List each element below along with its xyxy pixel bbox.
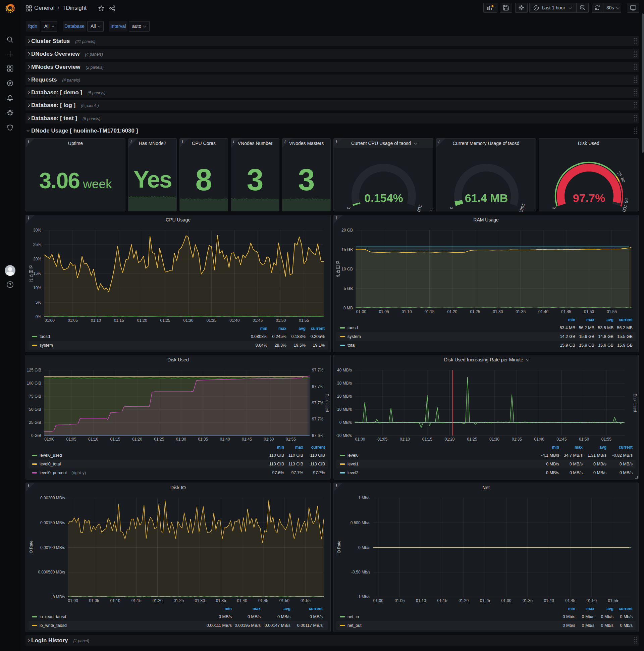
svg-text:01:15: 01:15 [424, 309, 434, 314]
svg-text:0.154%: 0.154% [364, 192, 403, 204]
svg-text:20 GB: 20 GB [342, 228, 353, 232]
svg-text:1589: 1589 [518, 203, 526, 212]
svg-text:01:35: 01:35 [198, 437, 208, 442]
svg-text:-1 Mb/s: -1 Mb/s [357, 595, 370, 599]
svg-text:0%: 0% [36, 314, 41, 319]
svg-text:01:50: 01:50 [280, 598, 289, 603]
svg-text:01:15: 01:15 [438, 598, 447, 603]
svg-text:?: ? [9, 283, 11, 287]
svg-text:01:10: 01:10 [402, 309, 412, 314]
svg-text:01:20: 01:20 [444, 437, 454, 442]
svg-text:01:10: 01:10 [110, 598, 121, 603]
svg-text:01:00: 01:00 [44, 437, 54, 442]
svg-text:01:30: 01:30 [176, 437, 186, 442]
svg-text:IO Rate: IO Rate [337, 540, 342, 555]
svg-text:75 GiB: 75 GiB [29, 394, 41, 399]
svg-text:100 GiB: 100 GiB [27, 381, 41, 385]
svg-text:01:20: 01:20 [447, 309, 457, 314]
svg-text:01:40: 01:40 [220, 437, 230, 442]
svg-text:Disk Used: Disk Used [325, 394, 329, 412]
svg-text:97.7%: 97.7% [312, 368, 323, 372]
svg-text:0.00200 MB/s: 0.00200 MB/s [40, 496, 65, 500]
svg-text:01:50: 01:50 [264, 437, 274, 442]
svg-text:01:05: 01:05 [379, 309, 389, 314]
svg-text:01:10: 01:10 [88, 437, 98, 442]
svg-text:01:25: 01:25 [154, 437, 164, 442]
svg-text:01:45: 01:45 [561, 309, 571, 314]
svg-text:01:20: 01:20 [458, 598, 469, 603]
svg-text:IO Rate: IO Rate [29, 540, 34, 555]
svg-text:01:05: 01:05 [394, 598, 405, 603]
svg-text:30%: 30% [33, 228, 41, 232]
svg-text:01:35: 01:35 [523, 598, 533, 603]
svg-text:10%: 10% [33, 285, 41, 290]
svg-text:01:35: 01:35 [216, 598, 226, 603]
svg-text:30 MB/s: 30 MB/s [337, 381, 352, 385]
svg-text:15%: 15% [33, 271, 41, 276]
svg-text:10 MB/s: 10 MB/s [337, 407, 352, 412]
svg-text:15 GB: 15 GB [342, 247, 353, 252]
svg-text:0 MB: 0 MB [344, 306, 353, 310]
svg-text:0 MB/s: 0 MB/s [53, 595, 65, 599]
svg-text:01:45: 01:45 [258, 598, 268, 603]
svg-text:125 GiB: 125 GiB [27, 368, 41, 372]
svg-text:01:25: 01:25 [470, 309, 480, 314]
svg-text:01:55: 01:55 [286, 437, 296, 442]
svg-text:01:00: 01:00 [356, 309, 366, 314]
svg-text:25 GiB: 25 GiB [29, 420, 41, 425]
svg-text:-10 MB/s: -10 MB/s [336, 433, 352, 438]
svg-text:0 Mb/s: 0 Mb/s [358, 545, 370, 550]
svg-text:5%: 5% [36, 300, 41, 305]
svg-text:01:30: 01:30 [183, 318, 193, 323]
svg-text:0: 0 [551, 206, 557, 210]
svg-text:01:35: 01:35 [516, 309, 525, 314]
svg-text:01:40: 01:40 [229, 318, 239, 323]
svg-text:01:50: 01:50 [276, 318, 286, 323]
svg-text:01:45: 01:45 [565, 598, 575, 603]
svg-text:01:40: 01:40 [544, 598, 554, 603]
svg-text:01:05: 01:05 [66, 437, 76, 442]
svg-text:01:30: 01:30 [493, 309, 503, 314]
svg-text:97.7%: 97.7% [312, 384, 323, 389]
svg-text:01:05: 01:05 [89, 598, 99, 603]
svg-text:-0.50 Mb/s: -0.50 Mb/s [351, 570, 370, 575]
svg-text:01:50: 01:50 [584, 309, 594, 314]
svg-text:01:25: 01:25 [160, 318, 170, 323]
svg-text:01:00: 01:00 [68, 598, 78, 603]
svg-text:01:55: 01:55 [602, 437, 611, 442]
svg-text:01:25: 01:25 [480, 598, 490, 603]
svg-text:50 GiB: 50 GiB [29, 407, 41, 412]
svg-text:01:50: 01:50 [587, 598, 597, 603]
svg-text:10 GB: 10 GB [342, 267, 353, 272]
svg-text:01:45: 01:45 [253, 318, 263, 323]
svg-text:97.7%: 97.7% [312, 401, 323, 405]
svg-text:01:55: 01:55 [299, 318, 309, 323]
svg-text:01:45: 01:45 [242, 437, 252, 442]
svg-text:01:00: 01:00 [355, 437, 365, 442]
svg-text:01:25: 01:25 [174, 598, 184, 603]
svg-text:97.7%: 97.7% [573, 192, 605, 204]
svg-text:01:25: 01:25 [467, 437, 477, 442]
svg-text:01:50: 01:50 [579, 437, 589, 442]
svg-text:01:45: 01:45 [556, 437, 567, 442]
svg-text:61.4 MB: 61.4 MB [465, 192, 508, 204]
svg-text:01:15: 01:15 [422, 437, 432, 442]
svg-text:01:30: 01:30 [195, 598, 205, 603]
svg-text:01:15: 01:15 [131, 598, 141, 603]
svg-text:0 MB/s: 0 MB/s [340, 420, 352, 425]
svg-text:Disk Used: Disk Used [633, 394, 637, 412]
svg-text:01:05: 01:05 [68, 318, 78, 323]
svg-text:97.6%: 97.6% [312, 433, 323, 438]
svg-text:01:20: 01:20 [132, 437, 142, 442]
svg-text:01:35: 01:35 [512, 437, 522, 442]
svg-text:01:40: 01:40 [237, 598, 247, 603]
svg-text:01:00: 01:00 [44, 318, 55, 323]
svg-text:100: 100 [416, 204, 423, 212]
svg-text:40 MB/s: 40 MB/s [337, 368, 352, 372]
svg-text:01:55: 01:55 [608, 598, 618, 603]
svg-text:95: 95 [623, 198, 629, 204]
svg-text:20%: 20% [33, 257, 41, 261]
svg-text:0.00100 MB/s: 0.00100 MB/s [40, 545, 65, 550]
svg-text:20 MB/s: 20 MB/s [337, 394, 352, 399]
svg-text:0.00150 MB/s: 0.00150 MB/s [40, 521, 65, 525]
